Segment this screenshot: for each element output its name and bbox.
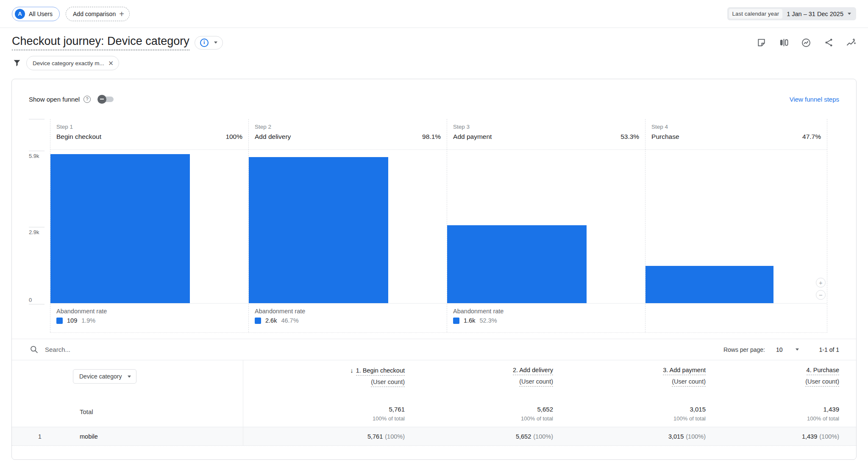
cell-value: 5,652 [516, 433, 531, 440]
column-title[interactable]: 2. Add delivery [513, 367, 553, 375]
share-icon[interactable] [823, 38, 834, 48]
plus-icon: + [119, 10, 124, 18]
row-dimension-value: mobile [55, 427, 243, 445]
step-label: Step 2 [255, 124, 441, 130]
column-subtitle[interactable]: (User count) [672, 378, 706, 387]
header-index-cell [29, 360, 55, 402]
step-header: Step 1 Begin checkout 100% [50, 119, 248, 150]
table-row[interactable]: 1 mobile 5,761 (100%) 5,652 (100%) 3,015… [12, 427, 856, 446]
zoom-out-icon[interactable]: − [816, 290, 826, 300]
abandonment-label: Abandonment rate [56, 308, 242, 315]
cell-percent: (100%) [686, 433, 706, 440]
funnel-step-panel-3[interactable]: Step 3 Add payment 53.3% Abandonment rat… [447, 119, 645, 332]
info-icon[interactable]: i [200, 39, 209, 47]
abandonment-count: 1.6k [464, 317, 475, 324]
column-subtitle[interactable]: (User count) [805, 378, 839, 387]
total-value: 3,015 [690, 406, 706, 413]
abandonment-footer [645, 304, 827, 332]
chevron-down-icon[interactable] [214, 41, 217, 44]
show-open-funnel-toggle[interactable] [97, 95, 115, 104]
search-input[interactable] [45, 346, 257, 353]
funnel-bar[interactable] [50, 154, 190, 303]
column-title[interactable]: 3. Add payment [663, 367, 706, 375]
step-bar-area [50, 150, 248, 304]
table-total-row: Total 5,761 100% of total 5,652 100% of … [12, 402, 856, 427]
chevron-down-icon[interactable] [796, 348, 799, 351]
funnel-bar[interactable] [249, 157, 388, 304]
total-cell-1: 5,761 100% of total [243, 402, 405, 427]
funnel-card: Show open funnel ? View funnel steps 5.9… [11, 79, 857, 460]
analytics-exploration-page: A All Users Add comparison + Last calend… [0, 0, 868, 467]
zoom-in-icon[interactable]: + [816, 278, 826, 287]
column-title[interactable]: 4. Purchase [807, 367, 839, 375]
page-title[interactable]: Checkout journey: Device category [12, 35, 189, 50]
total-subtext: 100% of total [521, 415, 553, 422]
header-dimension-cell: Device category [55, 360, 243, 402]
add-comparison-button[interactable]: Add comparison + [66, 7, 130, 21]
breakdown-table: Rows per page: 10 1-1 of 1 Device catego… [12, 339, 856, 446]
rows-per-page-value[interactable]: 10 [776, 346, 783, 353]
column-subtitle[interactable]: (User count) [371, 379, 405, 387]
column-title[interactable]: 1. Begin checkout [356, 367, 405, 376]
funnel-step-panel-1[interactable]: Step 1 Begin checkout 100% Abandonment r… [50, 119, 248, 332]
cell-percent: (100%) [819, 433, 839, 440]
cell-percent: (100%) [385, 433, 405, 440]
filter-chip[interactable]: Device category exactly m... × [26, 56, 119, 70]
notes-icon[interactable] [756, 38, 766, 48]
column-header-3[interactable]: 3. Add payment (User count) [553, 360, 706, 402]
funnel-step-panel-4[interactable]: Step 4 Purchase 47.7% [645, 119, 827, 332]
axis-label-max: 5.9k [29, 153, 39, 159]
title-info-control[interactable]: i [195, 36, 223, 50]
column-header-4[interactable]: 4. Purchase (User count) [706, 360, 839, 402]
step-label: Step 3 [453, 124, 639, 130]
toolbar-icons [756, 38, 856, 48]
date-range-picker[interactable]: Last calendar year 1 Jan – 31 Dec 2025 [727, 7, 856, 20]
sort-descending-icon: ↓ [350, 367, 353, 374]
monitoring-icon[interactable] [801, 38, 811, 48]
title-row: Checkout journey: Device category i [12, 35, 856, 50]
dimension-selector-label: Device category [79, 373, 122, 380]
row-index: 1 [29, 433, 55, 440]
abandonment-rate: 1.9% [81, 317, 95, 324]
total-value: 1,439 [823, 406, 839, 413]
step-name: Begin checkout [56, 133, 101, 141]
close-icon[interactable]: × [108, 59, 114, 67]
cell-percent: (100%) [533, 433, 553, 440]
show-open-funnel-label: Show open funnel [29, 96, 80, 103]
avatar: A [15, 9, 25, 19]
abandonment-rate: 46.7% [281, 317, 298, 324]
funnel-bar[interactable] [447, 225, 587, 303]
segment-chip-label: All Users [29, 11, 53, 17]
legend-swatch [56, 318, 63, 324]
funnel-bar[interactable] [645, 266, 773, 303]
row-cell-3: 3,015 (100%) [553, 433, 706, 440]
search-icon[interactable] [29, 345, 39, 355]
legend-swatch [255, 318, 261, 324]
abandonment-rate: 52.3% [479, 317, 497, 324]
step-header: Step 2 Add delivery 98.1% [249, 119, 447, 150]
rows-per-page-label: Rows per page: [723, 346, 765, 353]
step-completion-rate: 47.7% [802, 133, 821, 141]
filter-chip-label: Device category exactly m... [33, 60, 104, 66]
funnel-panels: Step 1 Begin checkout 100% Abandonment r… [50, 119, 827, 333]
compare-icon[interactable] [779, 38, 789, 48]
total-cell-2: 5,652 100% of total [405, 402, 553, 427]
column-subtitle[interactable]: (User count) [519, 378, 553, 387]
dimension-selector-button[interactable]: Device category [73, 369, 136, 384]
total-value: 5,652 [537, 406, 553, 413]
date-range-value: 1 Jan – 31 Dec 2025 [787, 11, 843, 17]
funnel-toolbar: Show open funnel ? View funnel steps [12, 79, 856, 119]
segment-chip-all-users[interactable]: A All Users [12, 7, 60, 21]
axis-label-mid: 2.9k [29, 229, 39, 235]
view-funnel-steps-link[interactable]: View funnel steps [790, 96, 839, 103]
table-search-row: Rows per page: 10 1-1 of 1 [12, 339, 856, 360]
abandonment-footer: Abandonment rate 1.6k 52.3% [447, 304, 645, 332]
step-name: Add payment [453, 133, 492, 141]
funnel-step-panel-2[interactable]: Step 2 Add delivery 98.1% Abandonment ra… [248, 119, 447, 332]
column-header-2[interactable]: 2. Add delivery (User count) [405, 360, 553, 402]
axis-tick [29, 151, 45, 151]
insights-icon[interactable] [846, 38, 856, 48]
help-icon[interactable]: ? [83, 96, 91, 103]
column-header-1[interactable]: ↓1. Begin checkout (User count) [243, 360, 405, 402]
cell-value: 5,761 [367, 433, 383, 440]
